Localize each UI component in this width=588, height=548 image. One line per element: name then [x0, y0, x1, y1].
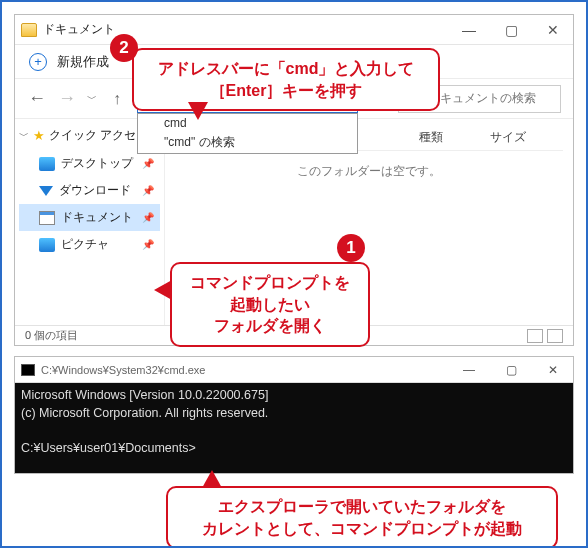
window-controls: — ▢ [455, 363, 567, 377]
status-text: 0 個の項目 [25, 328, 78, 343]
pin-icon: 📌 [142, 239, 154, 250]
cmd-title-text: C:¥Windows¥System32¥cmd.exe [41, 364, 205, 376]
sidebar-item-label: ピクチャ [61, 236, 109, 253]
sidebar-item-label: デスクトップ [61, 155, 133, 172]
callout-1: コマンドプロンプトを 起動したい フォルダを開く [170, 262, 370, 347]
sidebar-item-documents[interactable]: ドキュメント 📌 [19, 204, 160, 231]
badge-1: 1 [337, 234, 365, 262]
window-controls: — ▢ [455, 22, 567, 38]
sidebar-item-desktop[interactable]: デスクトップ 📌 [19, 150, 160, 177]
desktop-icon [39, 157, 55, 171]
col-size[interactable]: サイズ [482, 125, 563, 150]
nav-forward[interactable]: → [57, 88, 77, 109]
cmd-icon [21, 364, 35, 376]
badge-2: 2 [110, 34, 138, 62]
chevron-down-icon: ﹀ [19, 129, 29, 143]
new-button-label[interactable]: 新規作成 [57, 53, 109, 71]
document-icon [39, 211, 55, 225]
nav-back[interactable]: ← [27, 88, 47, 109]
callout-2: アドレスバーに「cmd」と入力して ［Enter］キーを押す [132, 48, 440, 111]
new-icon[interactable]: + [29, 53, 47, 71]
callout-1-pointer [154, 280, 172, 300]
view-details-icon[interactable] [527, 329, 543, 343]
nav-history-icon[interactable]: ﹀ [87, 92, 97, 106]
search-placeholder: ドキュメントの検索 [428, 90, 536, 107]
folder-icon [21, 23, 37, 37]
minimize-button[interactable]: — [455, 22, 483, 38]
callout-3-pointer [202, 470, 222, 488]
suggestion-item[interactable]: cmd [138, 114, 357, 132]
close-button[interactable] [539, 363, 567, 377]
maximize-button[interactable]: ▢ [497, 22, 525, 38]
view-thumbnails-icon[interactable] [547, 329, 563, 343]
window-title: ドキュメント [43, 21, 115, 38]
nav-up[interactable]: ↑ [107, 90, 127, 108]
suggestion-item[interactable]: "cmd" の検索 [138, 132, 357, 153]
minimize-button[interactable]: — [455, 363, 483, 377]
address-suggestions: cmd "cmd" の検索 [137, 113, 358, 154]
sidebar-item-label: ダウンロード [59, 182, 131, 199]
sidebar-item-pictures[interactable]: ピクチャ 📌 [19, 231, 160, 258]
cmd-output[interactable]: Microsoft Windows [Version 10.0.22000.67… [15, 383, 573, 473]
picture-icon [39, 238, 55, 252]
pin-icon: 📌 [142, 212, 154, 223]
empty-folder-text: このフォルダーは空です。 [175, 163, 563, 180]
cmd-titlebar: C:¥Windows¥System32¥cmd.exe — ▢ [15, 357, 573, 383]
maximize-button[interactable]: ▢ [497, 363, 525, 377]
col-type[interactable]: 種類 [411, 125, 483, 150]
quick-access-label: クイック アクセス [49, 127, 148, 144]
cmd-line: Microsoft Windows [Version 10.0.22000.67… [21, 388, 268, 402]
callout-2-pointer [188, 102, 208, 120]
close-button[interactable] [539, 22, 567, 38]
callout-3: エクスプローラで開いていたフォルダを カレントとして、コマンドプロンプトが起動 [166, 486, 558, 548]
cmd-prompt: C:¥Users¥user01¥Documents> [21, 441, 196, 455]
sidebar-item-downloads[interactable]: ダウンロード 📌 [19, 177, 160, 204]
download-icon [39, 186, 53, 196]
sidebar-item-label: ドキュメント [61, 209, 133, 226]
pin-icon: 📌 [142, 185, 154, 196]
star-icon: ★ [33, 128, 45, 143]
cmd-window: C:¥Windows¥System32¥cmd.exe — ▢ Microsof… [14, 356, 574, 474]
cmd-line: (c) Microsoft Corporation. All rights re… [21, 406, 268, 420]
pin-icon: 📌 [142, 158, 154, 169]
explorer-titlebar: ドキュメント — ▢ [15, 15, 573, 45]
